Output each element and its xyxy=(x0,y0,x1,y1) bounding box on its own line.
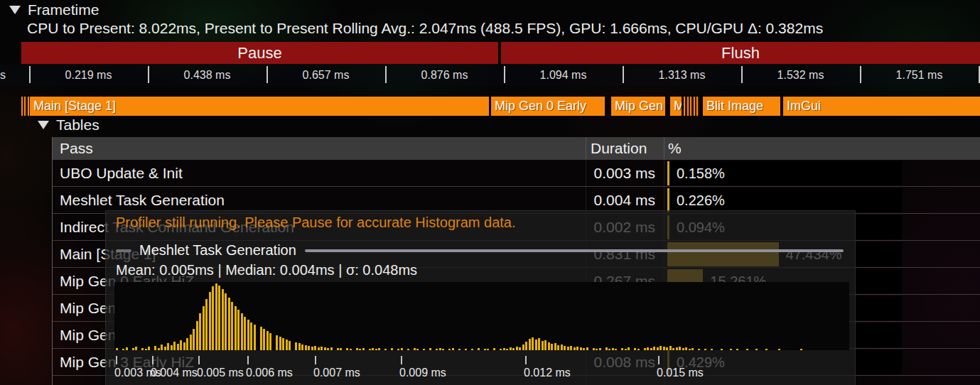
histogram-bar xyxy=(544,340,546,350)
histogram-bar xyxy=(516,347,518,350)
tables-header[interactable]: Tables xyxy=(38,116,99,134)
histogram-bar xyxy=(203,306,205,350)
histogram-bar xyxy=(318,347,320,350)
histogram-bar xyxy=(535,340,537,350)
histogram-tick-label: 0.007 ms xyxy=(313,367,360,379)
timeline-stripes[interactable] xyxy=(684,97,699,116)
histogram-bar xyxy=(554,343,556,350)
histogram-tick xyxy=(315,356,316,364)
histogram-bar xyxy=(452,348,454,350)
histogram-bar xyxy=(186,338,188,350)
timeline-bar[interactable]: Blit Image xyxy=(703,97,780,116)
histogram-tick xyxy=(152,356,154,364)
histogram-bar xyxy=(196,321,198,350)
histogram-bar xyxy=(199,313,201,350)
tables-title: Tables xyxy=(56,116,99,134)
table-row[interactable]: UBO Update & Init0.003 ms0.158% xyxy=(53,159,980,187)
histogram-bar xyxy=(228,298,230,350)
table-header-row: Pass Duration % xyxy=(53,137,980,159)
histogram-bar xyxy=(682,348,684,350)
histogram-bar xyxy=(266,331,269,350)
histogram-bar xyxy=(538,338,540,350)
ruler-cell: 1.532 ms xyxy=(741,65,860,86)
phase-bar-pause[interactable]: Pause xyxy=(21,42,498,64)
histogram-bar xyxy=(346,348,348,350)
histogram-bar xyxy=(260,327,262,350)
histogram-bar xyxy=(465,349,467,350)
histogram-tick xyxy=(525,356,527,364)
histogram-tick-label: 0.012 ms xyxy=(524,367,571,379)
timeline-bar[interactable]: M xyxy=(670,97,682,116)
timeline-bar[interactable]: Mip Gen 0 Early xyxy=(491,97,605,116)
histogram-bar xyxy=(567,347,569,350)
timeline-bar[interactable]: Main [Stage 1] xyxy=(30,97,489,116)
histogram-tick-label: 0.004 ms xyxy=(151,367,198,379)
histogram-bar xyxy=(190,335,192,350)
ruler-label: 0.438 ms xyxy=(148,65,266,86)
histogram-bar xyxy=(301,345,303,350)
histogram-bar xyxy=(657,347,659,350)
histogram-bar xyxy=(525,342,527,350)
timeline-bar[interactable]: ImGui xyxy=(783,97,980,116)
histogram-bar xyxy=(548,342,550,350)
histogram-bar xyxy=(324,347,326,350)
histogram-bar xyxy=(244,317,246,350)
histogram-bar xyxy=(429,348,431,350)
histogram-bar xyxy=(180,340,182,350)
histogram-bar xyxy=(736,349,738,350)
histogram-bar xyxy=(503,348,505,350)
ruler-cell: 1.751 ms xyxy=(860,65,979,86)
histogram-bar xyxy=(205,299,208,350)
ruler-cell: 0.219 ms xyxy=(29,65,148,86)
histogram-plot[interactable] xyxy=(114,282,849,350)
histogram-bar xyxy=(215,283,217,350)
histogram-bar xyxy=(596,349,598,350)
histogram-bar xyxy=(522,345,524,350)
frametime-stats: CPU to Present: 8.022ms, Present to Pres… xyxy=(27,20,823,37)
timeline-bar[interactable]: Mip Gen xyxy=(611,97,665,116)
frametime-header[interactable]: Frametime xyxy=(9,1,99,18)
histogram-bar xyxy=(442,349,444,350)
column-header-pass[interactable]: Pass xyxy=(60,137,93,159)
histogram-bar xyxy=(308,346,310,350)
histogram-bar xyxy=(279,337,281,350)
histogram-tick xyxy=(198,356,200,364)
histogram-bar xyxy=(746,349,748,350)
histogram-bar xyxy=(269,333,271,350)
histogram-bar xyxy=(471,349,473,350)
histogram-bar xyxy=(372,348,374,350)
histogram-bar xyxy=(615,349,617,350)
histogram-bar xyxy=(586,347,588,350)
histogram-bar xyxy=(672,348,674,350)
histogram-bar xyxy=(132,348,134,350)
popup-pass-title: Meshlet Task Generation xyxy=(139,242,296,259)
ruler-label: 0.876 ms xyxy=(385,65,504,86)
gpu-timeline: Main [Stage 1]Mip Gen 0 EarlyMip GenMBli… xyxy=(0,97,980,116)
histogram-bar xyxy=(448,349,451,350)
column-header-duration[interactable]: Duration xyxy=(591,137,647,159)
percent-label: 0.158% xyxy=(677,161,725,185)
histogram-bar xyxy=(669,346,672,350)
percent-fill xyxy=(667,188,669,212)
histogram-bar xyxy=(478,348,480,350)
histogram-bar xyxy=(650,348,652,350)
histogram-bar xyxy=(222,289,224,350)
histogram-bar xyxy=(250,322,252,350)
histogram-bar xyxy=(282,338,284,350)
histogram-bar xyxy=(574,347,576,350)
histogram-bar xyxy=(529,339,531,350)
histogram-bar xyxy=(487,349,489,350)
histogram-bar xyxy=(458,349,461,350)
histogram-bar xyxy=(564,346,566,350)
histogram-bar xyxy=(676,347,678,350)
column-header-percent[interactable]: % xyxy=(668,137,682,159)
ruler-label: 1.532 ms xyxy=(741,65,860,86)
histogram-bar xyxy=(209,292,211,350)
phase-bar-flush[interactable]: Flush xyxy=(501,42,980,64)
profiler-overlay: Frametime CPU to Present: 8.022ms, Prese… xyxy=(0,0,980,385)
histogram-bar xyxy=(551,344,553,350)
histogram-bar xyxy=(126,347,128,350)
histogram-bar xyxy=(512,348,515,350)
timeline-stripes[interactable] xyxy=(21,97,29,116)
histogram-bar xyxy=(254,325,256,350)
